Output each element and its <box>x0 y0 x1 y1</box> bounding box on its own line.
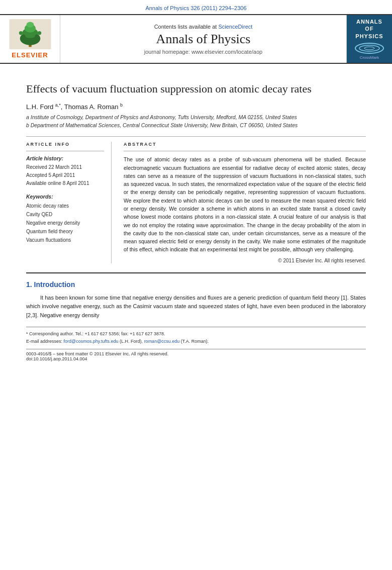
accepted-date: Accepted 5 April 2011 <box>26 171 104 179</box>
journal-header: ELSEVIER Contents lists available at Sci… <box>0 14 392 64</box>
content-area: Effects of vacuum fluctuation suppressio… <box>0 64 392 320</box>
issn-text: 0003-4916/$ – see front matter © 2011 El… <box>26 351 366 356</box>
sciencedirect-line: Contents lists available at ScienceDirec… <box>154 24 253 30</box>
received-date: Received 22 March 2011 <box>26 163 104 171</box>
keyword-5: Vacuum fluctuations <box>26 236 104 244</box>
header-divider <box>26 136 366 137</box>
svg-point-6 <box>21 34 25 39</box>
svg-point-7 <box>35 34 39 39</box>
svg-point-11 <box>359 45 379 51</box>
article-info-divider <box>26 151 104 151</box>
keyword-2: Cavity QED <box>26 210 104 219</box>
email2-name: (T.A. Roman). <box>181 339 209 344</box>
history-label: Article history: <box>26 155 104 161</box>
article-info-abstract-row: ARTICLE INFO Article history: Received 2… <box>26 142 366 263</box>
svg-point-12 <box>364 47 374 50</box>
copyright: © 2011 Elsevier Inc. All rights reserved… <box>124 258 366 263</box>
keywords-label: Keywords: <box>26 194 104 200</box>
top-citation: Annals of Physics 326 (2011) 2294–2306 <box>0 0 392 14</box>
certified-label: CrossMark <box>360 55 379 60</box>
intro-heading: 1. Introduction <box>26 280 366 289</box>
contents-text: Contents lists available at <box>154 24 219 30</box>
citation-text: Annals of Physics 326 (2011) 2294–2306 <box>145 5 246 11</box>
article-info-heading: ARTICLE INFO <box>26 142 104 147</box>
footnote-corresponding: * Corresponding author. Tel.: +1 617 627… <box>26 330 366 337</box>
affiliations: a Institute of Cosmology, Department of … <box>26 114 366 130</box>
svg-point-8 <box>19 31 22 35</box>
svg-point-5 <box>26 22 34 28</box>
email2-link[interactable]: roman@ccsu.edu <box>144 339 180 344</box>
elsevier-tree-icon <box>8 19 53 49</box>
sciencedirect-link[interactable]: ScienceDirect <box>218 24 252 30</box>
homepage-url: journal homepage: www.elsevier.com/locat… <box>144 49 262 55</box>
annals-logo-text: ANNALS OF PHYSICS <box>355 18 383 40</box>
email1-link[interactable]: ford@cosmos.phy.tufts.edu <box>64 339 119 344</box>
elsevier-logo-area: ELSEVIER <box>0 15 60 63</box>
section-divider <box>26 272 366 273</box>
journal-title-area: Contents lists available at ScienceDirec… <box>60 15 347 63</box>
issn-line: 0003-4916/$ – see front matter © 2011 El… <box>26 349 366 361</box>
page: Annals of Physics 326 (2011) 2294–2306 <box>0 0 392 570</box>
authors-line: L.H. Ford a,*, Thomas A. Roman b <box>26 103 366 111</box>
abstract-body: The use of atomic decay rates as a probe… <box>124 155 366 253</box>
abstract-col: ABSTRACT The use of atomic decay rates a… <box>124 142 366 263</box>
abstract-heading: ABSTRACT <box>124 142 366 147</box>
intro-paragraph: It has been known for some time that neg… <box>26 294 366 320</box>
online-date: Available online 8 April 2011 <box>26 179 104 187</box>
email-label: E-mail addresses: <box>26 339 62 344</box>
annals-logo-area: ANNALS OF PHYSICS CrossMark <box>347 15 392 63</box>
footer-divider <box>26 327 366 327</box>
footnote-email: E-mail addresses: ford@cosmos.phy.tufts.… <box>26 338 366 345</box>
affiliation-a: a Institute of Cosmology, Department of … <box>26 114 366 122</box>
keyword-1: Atomic decay rates <box>26 202 104 210</box>
keyword-4: Quantum field theory <box>26 227 104 236</box>
affiliation-b: b Department of Mathematical Sciences, C… <box>26 122 366 130</box>
journal-name: Annals of Physics <box>156 32 251 47</box>
footer-area: * Corresponding author. Tel.: +1 617 627… <box>0 320 392 361</box>
svg-point-9 <box>37 31 41 35</box>
corresponding-text: * Corresponding author. Tel.: +1 617 627… <box>26 331 165 336</box>
article-info-col: ARTICLE INFO Article history: Received 2… <box>26 142 112 263</box>
abstract-divider <box>124 151 366 151</box>
email1-name: (L.H. Ford), <box>120 339 143 344</box>
doi-text: doi:10.1016/j.aop.2011.04.004 <box>26 356 366 361</box>
keyword-3: Negative energy density <box>26 219 104 227</box>
annals-wave-icon <box>354 43 384 54</box>
elsevier-wordmark: ELSEVIER <box>12 51 48 59</box>
article-title: Effects of vacuum fluctuation suppressio… <box>26 82 366 97</box>
